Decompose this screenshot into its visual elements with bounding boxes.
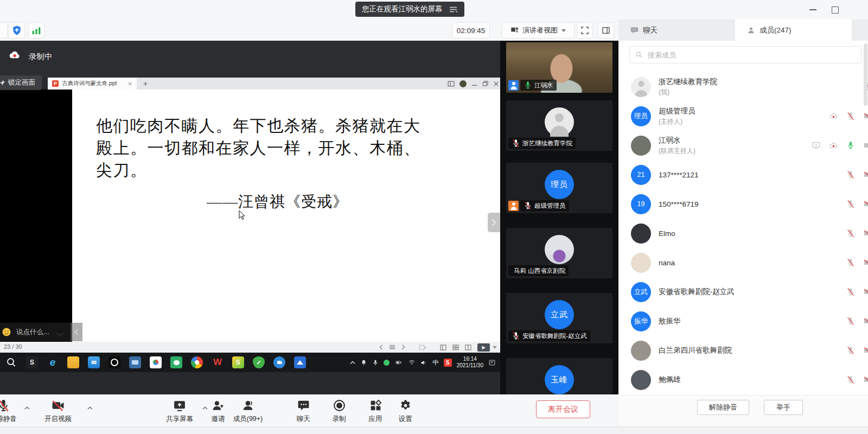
chat-collapse-button[interactable]: [71, 323, 82, 341]
battery-icon[interactable]: [394, 359, 403, 366]
mic-options-icon[interactable]: [24, 406, 30, 410]
lock-view-button[interactable]: 锁定画面: [0, 75, 42, 90]
member-status-icons: [846, 346, 868, 355]
sogou-input-icon[interactable]: S: [444, 359, 452, 367]
tray-mic-icon[interactable]: [372, 359, 379, 366]
start-video-button[interactable]: 开启视频: [34, 399, 82, 424]
restore-icon[interactable]: [482, 81, 488, 87]
tray-green-status-icon[interactable]: [384, 360, 390, 366]
slideshow-play-button[interactable]: ▶: [477, 343, 490, 352]
tray-expand-icon[interactable]: [350, 361, 355, 365]
taskbar-app-icon[interactable]: [191, 356, 203, 368]
next-slide-icon[interactable]: [401, 344, 405, 350]
previous-slide-icon[interactable]: [379, 344, 383, 350]
apps-button[interactable]: 应用: [362, 399, 388, 424]
settings-button[interactable]: 设置: [392, 399, 418, 424]
member-row[interactable]: Elmo: [618, 219, 868, 248]
tab-chat[interactable]: 聊天: [618, 20, 735, 41]
grid-view-icon[interactable]: [452, 344, 459, 350]
members-button[interactable]: 成员(99+): [229, 399, 267, 424]
minimize-button[interactable]: [805, 4, 821, 16]
reading-view-icon[interactable]: [465, 344, 471, 350]
ime-indicator[interactable]: 中: [432, 359, 439, 367]
member-row[interactable]: 理员 超级管理员 (主持人): [618, 101, 868, 131]
taskbar-app-icon[interactable]: [88, 356, 100, 368]
normal-view-icon[interactable]: [440, 344, 446, 350]
clipped-icon-button[interactable]: [0, 22, 8, 39]
video-tile[interactable]: 马莉 山西省京剧院: [506, 228, 612, 278]
taskbar-app-icon[interactable]: [273, 356, 285, 368]
participant-avatar: 立武: [545, 300, 574, 329]
wifi-icon[interactable]: [408, 359, 416, 366]
share-screen-button[interactable]: 共享屏幕: [158, 399, 201, 424]
member-row[interactable]: 19 150****6719: [618, 189, 868, 219]
taskbar-app-icon[interactable]: [26, 356, 38, 368]
invite-button[interactable]: 邀请: [205, 399, 232, 424]
member-row[interactable]: 振华 敖振华: [618, 307, 868, 336]
member-row[interactable]: nana: [618, 248, 868, 277]
unmute-all-button[interactable]: 解除静音: [697, 400, 749, 415]
chat-button[interactable]: 聊天: [291, 399, 315, 424]
volume-icon[interactable]: [420, 359, 427, 366]
notification-center-icon[interactable]: [488, 359, 496, 366]
video-tile[interactable]: 玉峰 玉峰: [506, 358, 612, 394]
view-mode-switcher[interactable]: 演讲者视图: [502, 22, 575, 39]
taskbar-app-icon[interactable]: [294, 356, 306, 368]
network-signal-icon[interactable]: [28, 22, 44, 39]
record-button[interactable]: 录制: [326, 399, 353, 424]
emoji-icon[interactable]: [2, 327, 11, 337]
member-row[interactable]: 21 137****2121: [618, 160, 868, 189]
taskbar-app-icon[interactable]: [47, 356, 59, 368]
video-tile[interactable]: 立武 安徽省歌舞剧院-赵立武: [506, 293, 612, 343]
watching-banner[interactable]: 您正在观看江弱水的屏幕: [355, 2, 464, 17]
taskbar-app-icon[interactable]: [129, 356, 141, 368]
search-input[interactable]: [647, 50, 856, 60]
video-tile[interactable]: 江弱水: [506, 42, 612, 93]
member-search[interactable]: [629, 46, 861, 63]
close-tab-icon[interactable]: ✕: [128, 81, 132, 87]
member-row[interactable]: 立武 安徽省歌舞剧院-赵立武: [618, 277, 868, 307]
taskbar-app-icon[interactable]: [150, 356, 162, 368]
taskbar-app-icon[interactable]: [108, 356, 120, 368]
member-row[interactable]: 白兰弟四川省歌舞剧院: [618, 336, 868, 365]
taskbar-app-icon[interactable]: [67, 356, 79, 368]
taskbar-app-icon[interactable]: [212, 356, 224, 368]
account-avatar[interactable]: [459, 80, 467, 87]
tab-members[interactable]: 成员(247): [735, 20, 852, 41]
expand-videos-button[interactable]: [488, 213, 500, 232]
taskbar-app-icon[interactable]: [253, 356, 265, 368]
screen-chat-input[interactable]: 说点什么...: [0, 323, 72, 341]
member-avatar: 理员: [631, 106, 651, 126]
member-row[interactable]: 鲍佩雄: [618, 365, 868, 394]
ppt-document-tab[interactable]: P 古典诗词与蒙太奇.ppt ✕: [48, 78, 137, 90]
taskbar-app-icon[interactable]: [170, 356, 182, 368]
close-icon[interactable]: [493, 81, 499, 87]
member-row[interactable]: 浙艺继续教育学院 (我): [618, 72, 868, 101]
shared-screen: 录制中 锁定画面 P 古典诗词与蒙太奇.ppt ✕ + 他们吃肉不瞒人。: [0, 41, 500, 394]
layout-small-icon[interactable]: [448, 81, 455, 87]
banner-menu-icon[interactable]: [449, 6, 458, 13]
member-role: (联席主持人): [659, 146, 695, 156]
side-panel-toggle-button[interactable]: [598, 22, 614, 39]
bell-icon[interactable]: [360, 359, 367, 366]
maximize-button[interactable]: [827, 4, 843, 16]
unmute-button[interactable]: 解除静音: [0, 399, 21, 424]
leave-meeting-button[interactable]: 离开会议: [536, 400, 590, 418]
new-tab-button[interactable]: +: [143, 79, 148, 88]
security-shield-icon[interactable]: [9, 22, 25, 39]
slide-list-icon[interactable]: [389, 344, 395, 350]
fullscreen-button[interactable]: [577, 22, 593, 39]
raise-hand-button[interactable]: 举手: [764, 400, 803, 415]
taskbar-clock[interactable]: 16:14 2021/11/30: [457, 356, 483, 369]
annotate-icon[interactable]: [419, 344, 426, 350]
video-tile[interactable]: 浙艺继续教育学院: [506, 100, 612, 151]
taskbar-app-icon[interactable]: [5, 356, 17, 368]
video-options-icon[interactable]: [87, 406, 93, 410]
panel-scrollbar[interactable]: [864, 43, 867, 106]
minimize-icon[interactable]: [471, 81, 477, 87]
video-tile[interactable]: 理员 超级管理员: [506, 163, 612, 213]
watching-banner-text: 您正在观看江弱水的屏幕: [362, 4, 443, 14]
taskbar-app-icon[interactable]: [232, 356, 244, 368]
play-options-icon[interactable]: [493, 346, 497, 349]
member-row[interactable]: 江弱水 (联席主持人): [618, 131, 868, 160]
